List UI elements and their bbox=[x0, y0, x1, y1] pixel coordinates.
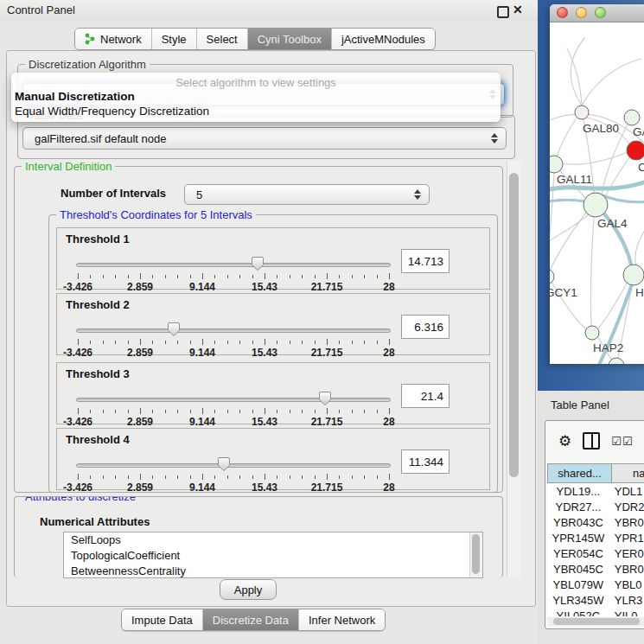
tab-style[interactable]: Style bbox=[151, 29, 196, 49]
thresholds-groupbox: Threshold's Coordinates for 5 Intervals … bbox=[48, 214, 498, 493]
network-node[interactable] bbox=[623, 265, 644, 285]
slider-tick bbox=[364, 475, 365, 479]
tab-discretize-data[interactable]: Discretize Data bbox=[202, 609, 298, 630]
threshold-value-field[interactable]: 6.316 bbox=[401, 315, 450, 339]
dropdown-option-manual[interactable]: Manual Discretization bbox=[15, 90, 135, 103]
table-row[interactable]: YPR145WYPR1 bbox=[547, 530, 644, 545]
float-window-icon[interactable] bbox=[497, 6, 509, 18]
network-canvas[interactable]: GAL80GACGAL11GAL4GCY1HHAP2 bbox=[550, 22, 644, 364]
network-edge[interactable] bbox=[550, 200, 584, 202]
tab-cyni-toolbox[interactable]: Cyni Toolbox bbox=[247, 29, 331, 49]
network-edge[interactable] bbox=[605, 156, 630, 197]
network-edge[interactable] bbox=[590, 217, 594, 326]
close-icon[interactable]: ✕ bbox=[513, 3, 523, 16]
slider-tick bbox=[352, 410, 353, 413]
network-edge[interactable] bbox=[635, 230, 644, 266]
network-edge[interactable] bbox=[567, 48, 582, 105]
threshold-slider[interactable]: -3.4262.8599.14415.4321.71528 bbox=[76, 323, 391, 354]
tab-impute-data[interactable]: Impute Data bbox=[122, 609, 202, 630]
slider-handle[interactable] bbox=[217, 456, 231, 472]
slider-handle[interactable] bbox=[251, 256, 265, 271]
network-edge[interactable] bbox=[571, 38, 584, 105]
slider-tick bbox=[265, 408, 265, 414]
slider-tick bbox=[377, 275, 378, 278]
algorithm-dropdown-popup: Select algorithm to view settings Manual… bbox=[11, 73, 501, 122]
table-row[interactable]: YBR045CYBR0 bbox=[547, 561, 644, 577]
network-edge[interactable] bbox=[550, 214, 589, 243]
slider-tick bbox=[364, 341, 365, 344]
slider-scale: -3.4262.8599.14415.4321.71528 bbox=[78, 481, 389, 492]
panel-scrollbar[interactable] bbox=[507, 161, 521, 577]
columns-icon[interactable] bbox=[583, 432, 600, 450]
slider-handle[interactable] bbox=[167, 322, 181, 337]
network-node[interactable] bbox=[585, 326, 599, 340]
attributes-scrollbar-thumb[interactable] bbox=[472, 534, 480, 574]
column-header-shared-name[interactable]: shared... bbox=[547, 463, 612, 483]
tab-network[interactable]: Network bbox=[75, 29, 151, 49]
threshold-panel-3: Threshold 3-3.4262.8599.14415.4321.71528… bbox=[56, 362, 490, 424]
threshold-value-field[interactable]: 14.713 bbox=[401, 249, 450, 273]
attribute-item[interactable]: BetweennessCentrality bbox=[64, 564, 482, 578]
network-edge[interactable] bbox=[557, 118, 577, 156]
network-edge[interactable] bbox=[582, 59, 641, 105]
network-node[interactable] bbox=[550, 269, 554, 284]
slider-tick bbox=[177, 275, 178, 278]
table-row[interactable]: YIL052CYIL0 bbox=[547, 608, 644, 616]
maximize-traffic-light[interactable] bbox=[595, 7, 606, 18]
threshold-slider[interactable]: -3.4262.8599.14415.4321.71528 bbox=[76, 392, 391, 424]
slider-ticks bbox=[78, 339, 389, 346]
network-node[interactable] bbox=[583, 193, 608, 217]
slider-track[interactable] bbox=[76, 328, 391, 333]
slider-tick bbox=[227, 275, 228, 278]
network-window-titlebar[interactable] bbox=[550, 4, 644, 22]
gear-icon[interactable]: ⚙ bbox=[558, 432, 571, 450]
cell-shared-name: YIL052C bbox=[547, 608, 609, 616]
dropdown-option-equal-width[interactable]: Equal Width/Frequency Discretization bbox=[15, 105, 209, 118]
table-hscrollbar[interactable] bbox=[548, 617, 644, 626]
network-node[interactable] bbox=[624, 110, 640, 125]
table-data-combobox[interactable]: galFiltered.sif default node bbox=[22, 127, 507, 150]
num-intervals-combobox[interactable]: 5 bbox=[184, 184, 430, 205]
threshold-value-field[interactable]: 21.4 bbox=[401, 384, 450, 408]
panel-scrollbar-thumb[interactable] bbox=[509, 173, 519, 477]
slider-tick bbox=[190, 410, 191, 413]
tab-select[interactable]: Select bbox=[196, 29, 247, 49]
slider-tick bbox=[177, 410, 178, 413]
checkboxes-icon[interactable]: ☑☑ bbox=[611, 435, 633, 448]
table-row[interactable]: YBL079WYBL0 bbox=[547, 577, 644, 592]
numerical-attributes-list[interactable]: SelfLoopsTopologicalCoefficientBetweenne… bbox=[63, 532, 483, 578]
apply-button[interactable]: Apply bbox=[220, 579, 277, 600]
network-edge[interactable] bbox=[563, 152, 628, 164]
column-header-name[interactable]: na bbox=[612, 463, 644, 483]
tab-label: jActiveMNodules bbox=[341, 33, 425, 46]
network-node-label: C bbox=[638, 161, 644, 174]
network-node[interactable] bbox=[627, 141, 644, 160]
minimize-traffic-light[interactable] bbox=[576, 7, 587, 18]
tab-infer-network[interactable]: Infer Network bbox=[298, 609, 385, 630]
threshold-slider[interactable]: -3.4262.8599.14415.4321.71528 bbox=[76, 258, 391, 289]
attributes-list-scrollbar[interactable] bbox=[469, 532, 482, 577]
slider-track[interactable] bbox=[76, 463, 391, 468]
slider-tick bbox=[128, 475, 129, 479]
network-node[interactable] bbox=[550, 156, 563, 173]
table-row[interactable]: YER054CYER0 bbox=[547, 545, 644, 561]
table-row[interactable]: YLR345WYLR3 bbox=[547, 592, 644, 608]
slider-handle[interactable] bbox=[318, 391, 332, 406]
cell-name: YBR0 bbox=[609, 514, 644, 530]
tab-jactivemnodules[interactable]: jActiveMNodules bbox=[331, 29, 435, 49]
slider-track[interactable] bbox=[76, 263, 391, 267]
threshold-value-field[interactable]: 11.344 bbox=[401, 450, 450, 474]
slider-tick bbox=[364, 275, 365, 278]
close-traffic-light[interactable] bbox=[557, 7, 568, 18]
table-hscrollbar-thumb[interactable] bbox=[553, 618, 640, 625]
attribute-item[interactable]: TopologicalCoefficient bbox=[64, 548, 482, 564]
network-edge[interactable] bbox=[602, 124, 628, 194]
network-node[interactable] bbox=[575, 105, 589, 119]
table-row[interactable]: YDR27...YDR2 bbox=[547, 499, 644, 514]
attribute-item[interactable]: SelfLoops bbox=[64, 532, 482, 548]
slider-track[interactable] bbox=[76, 398, 391, 402]
table-row[interactable]: YBR043CYBR0 bbox=[547, 514, 644, 530]
threshold-slider[interactable]: -3.4262.8599.14415.4321.71528 bbox=[76, 458, 391, 489]
network-node-label: H bbox=[635, 286, 644, 299]
table-row[interactable]: YDL19...YDL1 bbox=[547, 483, 644, 499]
